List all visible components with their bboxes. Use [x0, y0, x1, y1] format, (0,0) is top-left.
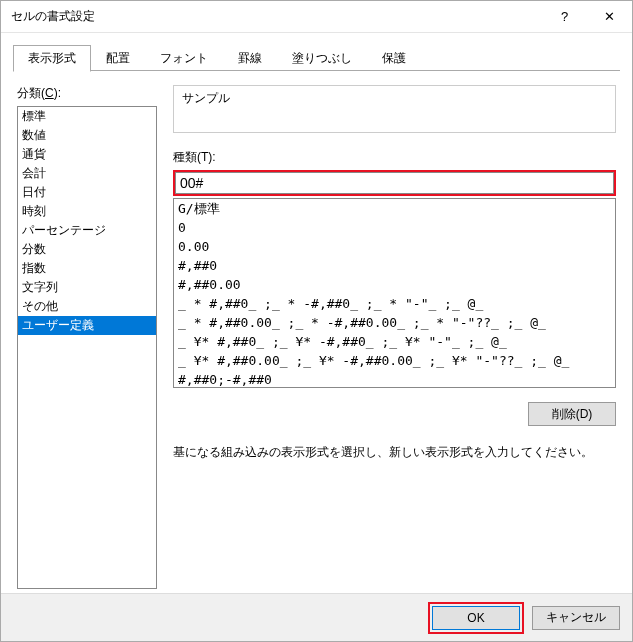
category-column: 分類(C): 標準 数値 通貨 会計 日付 時刻 パーセンテージ 分数 指数 文… — [17, 85, 157, 589]
list-item[interactable]: #,##0.00 — [174, 275, 615, 294]
list-item[interactable]: 通貨 — [18, 145, 156, 164]
category-label: 分類(C): — [17, 85, 157, 102]
content-area: 表示形式 配置 フォント 罫線 塗りつぶし 保護 分類(C): 標準 数値 通貨… — [1, 33, 632, 593]
detail-column: サンプル 種類(T): G/標準 0 0.00 #,##0 #,##0.00 _… — [173, 85, 616, 589]
list-item[interactable]: パーセンテージ — [18, 221, 156, 240]
close-button[interactable]: ✕ — [587, 2, 632, 32]
list-item[interactable]: _ * #,##0.00_ ;_ * -#,##0.00_ ;_ * "-"??… — [174, 313, 615, 332]
tab-font[interactable]: フォント — [145, 45, 223, 71]
dialog-footer: OK キャンセル — [1, 593, 632, 641]
tab-number-format[interactable]: 表示形式 — [13, 45, 91, 72]
sample-label: サンプル — [182, 90, 607, 107]
list-item[interactable]: #,##0 — [174, 256, 615, 275]
ok-button[interactable]: OK — [432, 606, 520, 630]
tab-border[interactable]: 罫線 — [223, 45, 277, 71]
titlebar: セルの書式設定 ? ✕ — [1, 1, 632, 33]
list-item[interactable]: その他 — [18, 297, 156, 316]
type-input[interactable] — [175, 172, 614, 194]
list-item-selected[interactable]: ユーザー定義 — [18, 316, 156, 335]
list-item[interactable]: 0.00 — [174, 237, 615, 256]
window-title: セルの書式設定 — [11, 8, 542, 25]
tab-alignment[interactable]: 配置 — [91, 45, 145, 71]
help-button[interactable]: ? — [542, 2, 587, 32]
tab-strip: 表示形式 配置 フォント 罫線 塗りつぶし 保護 — [13, 45, 620, 71]
list-item[interactable]: _ ¥* #,##0_ ;_ ¥* -#,##0_ ;_ ¥* "-"_ ;_ … — [174, 332, 615, 351]
type-input-highlight — [173, 170, 616, 196]
list-item[interactable]: G/標準 — [174, 199, 615, 218]
list-item[interactable]: 0 — [174, 218, 615, 237]
tab-pane: 分類(C): 標準 数値 通貨 会計 日付 時刻 パーセンテージ 分数 指数 文… — [13, 71, 620, 593]
category-listbox[interactable]: 標準 数値 通貨 会計 日付 時刻 パーセンテージ 分数 指数 文字列 その他 … — [17, 106, 157, 589]
dialog-window: セルの書式設定 ? ✕ 表示形式 配置 フォント 罫線 塗りつぶし 保護 分類(… — [0, 0, 633, 642]
list-item[interactable]: 会計 — [18, 164, 156, 183]
type-label: 種類(T): — [173, 149, 616, 166]
list-item[interactable]: _ * #,##0_ ;_ * -#,##0_ ;_ * "-"_ ;_ @_ — [174, 294, 615, 313]
list-item[interactable]: 日付 — [18, 183, 156, 202]
list-item[interactable]: 指数 — [18, 259, 156, 278]
format-listbox[interactable]: G/標準 0 0.00 #,##0 #,##0.00 _ * #,##0_ ;_… — [173, 198, 616, 388]
list-item[interactable]: 数値 — [18, 126, 156, 145]
list-item[interactable]: 時刻 — [18, 202, 156, 221]
delete-row: 削除(D) — [173, 402, 616, 426]
cancel-button[interactable]: キャンセル — [532, 606, 620, 630]
tab-fill[interactable]: 塗りつぶし — [277, 45, 367, 71]
list-item[interactable]: _ ¥* #,##0.00_ ;_ ¥* -#,##0.00_ ;_ ¥* "-… — [174, 351, 615, 370]
delete-button[interactable]: 削除(D) — [528, 402, 616, 426]
list-item[interactable]: 分数 — [18, 240, 156, 259]
tab-protection[interactable]: 保護 — [367, 45, 421, 71]
sample-box: サンプル — [173, 85, 616, 133]
hint-text: 基になる組み込みの表示形式を選択し、新しい表示形式を入力してください。 — [173, 444, 616, 461]
list-item[interactable]: 標準 — [18, 107, 156, 126]
ok-highlight: OK — [428, 602, 524, 634]
list-item[interactable]: #,##0;-#,##0 — [174, 370, 615, 388]
list-item[interactable]: 文字列 — [18, 278, 156, 297]
